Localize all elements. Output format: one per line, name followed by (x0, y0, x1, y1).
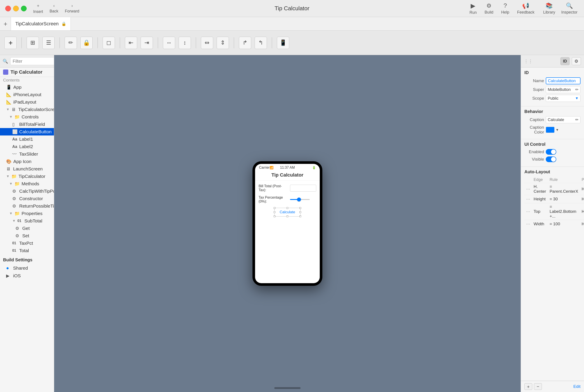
feedback-button[interactable]: 📢 Feedback (517, 2, 535, 15)
caption-edit-icon[interactable]: ✏ (575, 117, 579, 122)
caption-color-label: Caption Color (524, 125, 544, 134)
separator (97, 37, 98, 48)
inspector-sidebar-toggle[interactable]: ⋮⋮ (524, 58, 533, 64)
sidebar-item-app[interactable]: 📱 App (0, 84, 54, 91)
sidebar-item-tax-slider[interactable]: 〰 TaxSlider (0, 150, 54, 158)
new-tab-button[interactable]: ＋ (0, 17, 11, 30)
project-item[interactable]: Tip Calculator (0, 68, 54, 77)
row-rule: = Parent.CenterX (548, 183, 580, 195)
pen-tool-button[interactable]: ✏ (65, 37, 77, 49)
sidebar-item-iphone-layout[interactable]: 📐 iPhoneLayout (0, 91, 54, 98)
sidebar-item-tip-calc-screen[interactable]: ▼ 🖥 TipCalculatorScreen (0, 106, 54, 113)
calculate-button-label: Calculate (280, 210, 295, 214)
maximize-button[interactable] (21, 6, 27, 11)
sidebar-item-launch-screen[interactable]: 🖥 LaunchScreen (0, 165, 54, 172)
sidebar-header: 🔍 ⋮ ‹ › (0, 55, 54, 68)
separator (234, 37, 234, 48)
table-row: ··· Top = Label2.Bottom +... Highest (524, 203, 584, 220)
collapse-arrow[interactable]: ▼ (9, 182, 13, 186)
sidebar-item-calculate-button[interactable]: ⬜ CalculateButton (0, 128, 54, 136)
scope-select[interactable]: Public ▼ (546, 95, 581, 102)
sidebar-item-shared[interactable]: ● Shared (0, 264, 54, 272)
sidebar-item-subtotal[interactable]: ▼ 01 SubTotal (0, 217, 54, 224)
sidebar-item-calc-tip[interactable]: ⚙ CalcTipWithTipPct (0, 188, 54, 195)
sidebar-item-ipad-layout[interactable]: 📐 iPadLayout (0, 98, 54, 106)
sidebar-item-total[interactable]: 01 Total (0, 247, 54, 254)
id-view-button[interactable]: ID (561, 57, 570, 65)
caption-field-row: Caption Calculate ✏ (524, 116, 581, 123)
dist-h-button[interactable]: ⇔ (201, 37, 213, 49)
help-button[interactable]: ? Help (501, 2, 509, 15)
sidebar-item-properties[interactable]: ▼ 📁 Properties (0, 210, 54, 217)
tab-item[interactable]: TipCalculatorScreen 🔒 (11, 17, 71, 30)
sidebar-item-label2[interactable]: Aa Label2 (0, 143, 54, 150)
align-right-button[interactable]: ⇥ (141, 37, 153, 49)
settings-view-button[interactable]: ⚙ (572, 57, 581, 65)
collapse-arrow[interactable]: ▼ (12, 219, 16, 223)
collapse-arrow[interactable]: ▼ (6, 174, 9, 178)
list-view-button[interactable]: ☰ (42, 37, 54, 49)
al-add-button[interactable]: ＋ (524, 383, 532, 390)
sidebar-item-tip-calculator[interactable]: ▼ 📁 TipCalculator (0, 172, 54, 180)
super-edit-icon[interactable]: ✏ (575, 87, 579, 92)
device-button[interactable]: 📱 (277, 37, 289, 49)
back-button[interactable]: ‹ Back (49, 3, 58, 14)
sidebar-item-controls[interactable]: ▼ 📁 Controls (0, 113, 54, 120)
slider-track (290, 199, 310, 200)
sidebar-item-ios[interactable]: ▶ iOS (0, 272, 54, 280)
calculate-button-selected[interactable]: Calculate (274, 208, 301, 216)
sidebar-item-tax-pct[interactable]: 01 TaxPct (0, 240, 54, 247)
dist-v-button[interactable]: ⇕ (217, 37, 229, 49)
arrange2-button[interactable]: ↰ (255, 37, 267, 49)
sidebar-item-bill-field[interactable]: ▯ BillTotalField (0, 120, 54, 128)
align-v-button[interactable]: ↕ (179, 37, 191, 49)
al-remove-button[interactable]: − (534, 383, 542, 390)
sidebar-item-constructor[interactable]: ⚙ Constructor (0, 195, 54, 202)
add-tool-button[interactable]: ＋ (4, 37, 16, 49)
caption-value[interactable]: Calculate ✏ (546, 116, 581, 123)
sidebar-item-get[interactable]: ⚙ Get (0, 224, 54, 232)
build-button[interactable]: ⚙ Build (485, 2, 493, 15)
color-dropdown-arrow[interactable]: ▾ (556, 128, 558, 132)
bill-total-input[interactable] (290, 185, 316, 192)
close-button[interactable] (5, 6, 11, 11)
frame-tool-button[interactable]: ◻ (103, 37, 115, 49)
library-button[interactable]: 📚 Library (543, 2, 555, 15)
super-label: Super (524, 87, 544, 92)
minimize-button[interactable] (13, 6, 19, 11)
caption-color-swatch[interactable] (546, 127, 555, 133)
align-h-button[interactable]: ↔ (163, 37, 175, 49)
sidebar-item-set[interactable]: ⚙ Set (0, 232, 54, 240)
visible-toggle[interactable] (546, 156, 556, 162)
sidebar-item-return-possible[interactable]: ⚙ ReturnPossibleTips (0, 202, 54, 210)
collapse-arrow[interactable]: ▼ (9, 212, 13, 216)
lock-tool-button[interactable]: 🔒 (80, 37, 93, 49)
sidebar-item-label1[interactable]: Aa Label1 (0, 136, 54, 143)
search-input[interactable] (10, 57, 54, 65)
window-title: Tip Calculator (275, 5, 309, 12)
tax-slider[interactable] (290, 199, 316, 200)
enabled-toggle[interactable] (546, 149, 556, 155)
grid-view-button[interactable]: ⊞ (27, 37, 39, 49)
canvas-scrollbar[interactable] (274, 387, 301, 389)
sidebar-item-app-icon[interactable]: 🎨 App Icon (0, 158, 54, 165)
name-value[interactable]: CalculateButton (546, 77, 581, 84)
enabled-row: Enabled (524, 149, 581, 155)
collapse-arrow[interactable]: ▼ (9, 115, 13, 119)
forward-button[interactable]: › Forward (65, 3, 79, 14)
table-row: ··· Width = 100 Highest (524, 220, 584, 228)
slider-icon: 〰 (12, 152, 17, 157)
contents-label: Contents (0, 77, 54, 84)
al-edit-button[interactable]: Edit (573, 384, 581, 389)
build-settings-section: Build Settings ● Shared ▶ iOS (0, 254, 54, 281)
arrange1-button[interactable]: ↱ (239, 37, 251, 49)
sidebar-item-methods[interactable]: ▼ 📁 Methods (0, 180, 54, 188)
align-left-button[interactable]: ⇤ (125, 37, 137, 49)
insert-button[interactable]: ＋ Insert (33, 3, 43, 14)
super-value[interactable]: MobileButton ✏ (546, 86, 581, 93)
collapse-arrow[interactable]: ▼ (6, 108, 9, 112)
button-icon: ⬜ (12, 129, 17, 134)
field-icon: ▯ (12, 122, 17, 127)
run-button[interactable]: ▶ Run (470, 2, 477, 15)
inspector-button[interactable]: 🔍 Inspector (561, 2, 578, 15)
